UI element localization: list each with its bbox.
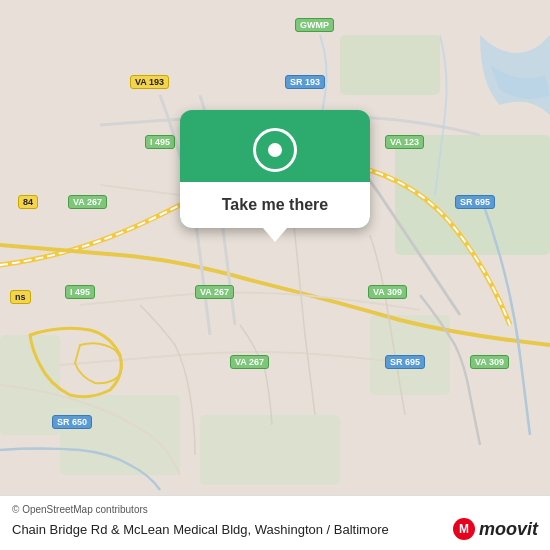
cta-icon-area: [253, 110, 297, 182]
cta-popup: Take me there: [180, 110, 370, 228]
road-badge-i495-1: I 495: [145, 135, 175, 149]
location-pin-icon: [253, 128, 297, 172]
road-badge-sr650: SR 650: [52, 415, 92, 429]
take-me-there-button[interactable]: Take me there: [180, 182, 370, 228]
road-badge-va267-3: VA 267: [230, 355, 269, 369]
road-badge-va309-2: VA 309: [470, 355, 509, 369]
moovit-brand-text: moovit: [479, 519, 538, 540]
road-badge-sr193: SR 193: [285, 75, 325, 89]
location-row: Chain Bridge Rd & McLean Medical Bldg, W…: [12, 518, 538, 540]
road-badge-sr695-2: SR 695: [385, 355, 425, 369]
road-badge-va123: VA 123: [385, 135, 424, 149]
road-badge-ns-label: ns: [10, 290, 31, 304]
road-badge-va267-2: VA 267: [195, 285, 234, 299]
road-badge-va267-1: VA 267: [68, 195, 107, 209]
location-pin-center: [268, 143, 282, 157]
svg-rect-4: [60, 395, 180, 475]
moovit-logo: M moovit: [453, 518, 538, 540]
map-attribution: © OpenStreetMap contributors: [12, 504, 538, 515]
svg-rect-1: [340, 35, 440, 95]
map-roads: [0, 0, 550, 550]
bottom-bar: © OpenStreetMap contributors Chain Bridg…: [0, 495, 550, 550]
road-badge-sr695: SR 695: [455, 195, 495, 209]
road-badge-i495-2: I 495: [65, 285, 95, 299]
road-badge-gwmp: GWMP: [295, 18, 334, 32]
road-badge-va84: 84: [18, 195, 38, 209]
attribution-text: © OpenStreetMap contributors: [12, 504, 148, 515]
moovit-icon: M: [453, 518, 475, 540]
svg-rect-5: [200, 415, 340, 485]
road-badge-va193-1: VA 193: [130, 75, 169, 89]
map-container: GWMPVA 193SR 193I 495VA 123VA 267SR 695I…: [0, 0, 550, 550]
location-name: Chain Bridge Rd & McLean Medical Bldg, W…: [12, 522, 445, 537]
road-badge-va309: VA 309: [368, 285, 407, 299]
